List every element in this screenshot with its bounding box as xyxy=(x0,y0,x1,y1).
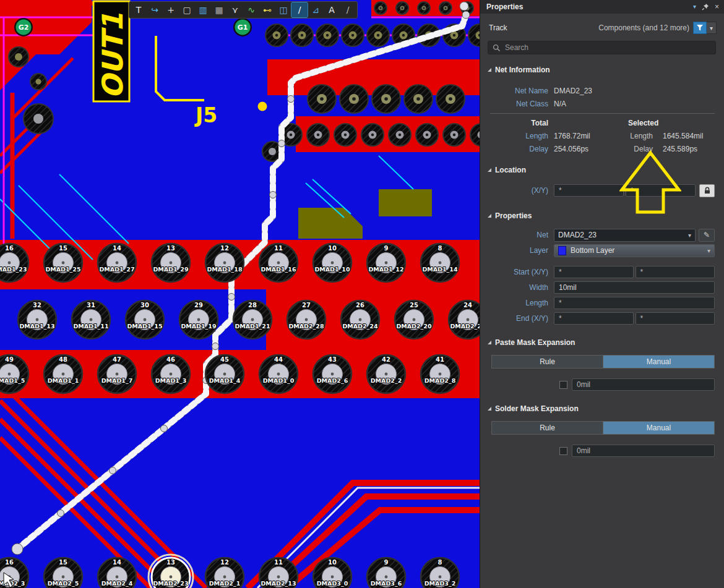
search-icon xyxy=(493,44,501,52)
filter-button[interactable] xyxy=(693,22,707,34)
location-x-field[interactable]: * xyxy=(554,184,624,197)
crosshair-icon[interactable]: + xyxy=(163,2,179,17)
pad-8[interactable]: 8DMAD1_14 xyxy=(421,244,459,282)
solder-rule-button[interactable]: Rule xyxy=(492,422,603,434)
divider xyxy=(490,113,715,114)
end-xy-row: End (X/Y) * * xyxy=(489,312,715,325)
pad-14[interactable]: 14DMAD1_27 xyxy=(98,244,136,282)
total-delay-label: Delay xyxy=(489,145,548,153)
chevron-down-icon: ▾ xyxy=(707,247,710,254)
pcb-canvas[interactable]: OUT1 J5 G2 xyxy=(0,0,480,588)
layer-stack-icon[interactable]: ◫ xyxy=(275,2,291,17)
svg-text:DMAD1_27: DMAD1_27 xyxy=(99,266,134,273)
key-icon[interactable]: ⊷ xyxy=(259,2,275,17)
edit-net-button[interactable]: ✎ xyxy=(699,229,715,242)
search-input[interactable]: Search xyxy=(488,41,716,54)
section-properties[interactable]: Properties xyxy=(488,210,716,221)
section-paste-mask[interactable]: Paste Mask Expansion xyxy=(488,337,716,348)
waveform-icon[interactable]: ∿ xyxy=(243,2,259,17)
test-point-g1[interactable]: G1 xyxy=(233,18,252,36)
length-field[interactable]: * xyxy=(554,297,715,309)
pad-45[interactable]: 45DMAD1_4 xyxy=(205,355,244,393)
pad-9[interactable]: 9DMAD1_12 xyxy=(367,244,405,282)
pad-13[interactable]: 13DMAD1_29 xyxy=(152,244,190,282)
svg-text:DMAD1_10: DMAD1_10 xyxy=(314,266,350,273)
svg-text:8: 8 xyxy=(438,245,442,252)
net-dropdown[interactable]: DMAD2_23 ▾ xyxy=(554,229,696,242)
svg-text:DMAD2_22: DMAD2_22 xyxy=(450,323,480,330)
length-label: Length xyxy=(489,299,548,307)
arc-route-icon[interactable]: ↪ xyxy=(147,2,163,17)
pcb-toolbar: T↪+▢▥▦⋎∿⊷◫∕⊿A∕ xyxy=(129,1,358,19)
pad-44[interactable]: 44DMAD1_0 xyxy=(259,355,298,393)
pad-30[interactable]: 30DMAD1_15 xyxy=(126,300,164,339)
location-y-field[interactable]: * xyxy=(626,184,696,197)
pad-27[interactable]: 27DMAD2_28 xyxy=(287,300,325,339)
filter-scope-label[interactable]: Components (and 12 more) xyxy=(598,23,689,32)
paste-expansion-checkbox[interactable] xyxy=(559,381,567,389)
pin-icon[interactable] xyxy=(702,3,709,11)
end-x-field[interactable]: * xyxy=(554,312,634,325)
pad-10[interactable]: 10DMAD1_10 xyxy=(313,244,351,282)
panel-menu-icon[interactable]: ▾ xyxy=(693,4,696,10)
width-field[interactable]: 10mil xyxy=(554,281,715,294)
pad-24[interactable]: 24DMAD2_22 xyxy=(449,300,480,339)
pad-10[interactable]: 10DMAD3_0 xyxy=(313,558,351,588)
route-topology-icon[interactable]: ⋎ xyxy=(227,2,243,17)
line-icon[interactable]: ∕ xyxy=(340,2,356,17)
paste-expansion-field[interactable]: 0mil xyxy=(572,378,715,391)
section-solder-mask[interactable]: Solder Mask Expansion xyxy=(488,403,716,414)
pad-28[interactable]: 28DMAD1_21 xyxy=(233,300,272,339)
mini-chart-icon[interactable]: ⊿ xyxy=(308,2,324,17)
pad-29[interactable]: 29DMAD1_19 xyxy=(179,300,218,339)
dot-grid-icon[interactable]: ▦ xyxy=(211,2,227,17)
pad-14[interactable]: 14DMAD2_4 xyxy=(98,558,136,588)
layer-dropdown[interactable]: Bottom Layer ▾ xyxy=(554,244,715,257)
pad-31[interactable]: 31DMAD1_11 xyxy=(72,300,110,339)
paste-rule-button[interactable]: Rule xyxy=(492,356,603,368)
svg-text:27: 27 xyxy=(302,302,311,309)
section-net-information[interactable]: Net Information xyxy=(488,64,716,75)
pad-11[interactable]: 11DMAD2_13 xyxy=(259,558,298,588)
svg-text:47: 47 xyxy=(113,356,121,363)
close-icon[interactable]: × xyxy=(715,3,719,11)
pad-43[interactable]: 43DMAD2_6 xyxy=(313,355,351,393)
pad-47[interactable]: 47DMAD1_7 xyxy=(98,355,136,393)
start-x-field[interactable]: * xyxy=(554,266,634,278)
solder-expansion-checkbox[interactable] xyxy=(559,447,567,455)
svg-text:46: 46 xyxy=(166,356,175,363)
svg-text:16: 16 xyxy=(5,245,14,252)
selection-box-icon[interactable]: ▢ xyxy=(179,2,195,17)
filter-dropdown-icon[interactable]: ▾ xyxy=(707,22,717,34)
silkscreen-dot xyxy=(258,102,267,111)
test-point-g2[interactable]: G2 xyxy=(14,18,33,36)
end-y-field[interactable]: * xyxy=(636,312,715,325)
section-location[interactable]: Location xyxy=(488,164,716,176)
solder-expansion-field[interactable]: 0mil xyxy=(572,445,715,457)
pad-46[interactable]: 46DMAD1_3 xyxy=(152,355,190,393)
start-y-field[interactable]: * xyxy=(636,266,715,278)
pad-48[interactable]: 48DMAD1_1 xyxy=(44,355,82,393)
pad-42[interactable]: 42DMAD2_2 xyxy=(367,355,405,393)
pad-32[interactable]: 32DMAD1_13 xyxy=(18,300,56,339)
paste-manual-button[interactable]: Manual xyxy=(603,356,714,368)
cursor-text-icon[interactable]: T xyxy=(131,2,147,17)
pad-25[interactable]: 25DMAD2_20 xyxy=(395,300,433,339)
bar-chart-icon[interactable]: ▥ xyxy=(195,2,211,17)
collapse-triangle-icon xyxy=(488,341,491,344)
pad-8[interactable]: 8DMAD3_2 xyxy=(421,558,459,588)
pad-12[interactable]: 12DMAD1_18 xyxy=(205,244,244,282)
string-icon[interactable]: A xyxy=(324,2,340,17)
pad-26[interactable]: 26DMAD2_24 xyxy=(341,300,379,339)
pad-15[interactable]: 15DMAD1_25 xyxy=(44,244,82,282)
object-type-label: Track xyxy=(489,23,507,32)
pad-9[interactable]: 9DMAD3_6 xyxy=(367,558,405,588)
solder-manual-button[interactable]: Manual xyxy=(603,422,714,434)
pad-11[interactable]: 11DMAD1_16 xyxy=(259,244,298,282)
pad-41[interactable]: 41DMAD2_8 xyxy=(421,355,459,393)
delay-row: Delay 254.056ps Delay 245.589ps xyxy=(489,142,715,156)
interactive-line-icon[interactable]: ∕ xyxy=(291,2,308,17)
lock-button[interactable] xyxy=(699,184,715,197)
pad-15[interactable]: 15DMAD2_5 xyxy=(44,558,82,588)
pad-12[interactable]: 12DMAD2_1 xyxy=(205,558,244,588)
